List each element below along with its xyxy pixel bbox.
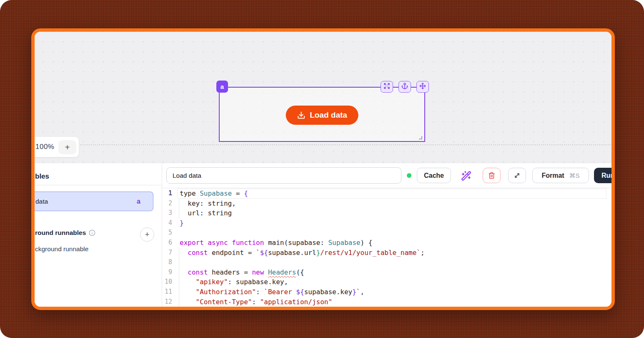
code-token [180, 278, 196, 286]
code-token: Supabase [328, 239, 360, 247]
code-token: url: string [180, 209, 232, 217]
line-number: 4 [162, 218, 172, 228]
anchor-component-button[interactable] [398, 81, 411, 93]
code-token: { [244, 189, 248, 197]
code-token: `Bearer [264, 288, 296, 296]
code-line: url: string [180, 208, 425, 218]
cache-button[interactable]: Cache [417, 168, 451, 183]
code-token [180, 268, 188, 276]
code-token: Supabase [200, 189, 232, 197]
code-token: ${ [260, 249, 268, 257]
code-editor[interactable]: 123456789101112 type Supabase = { key: s… [162, 188, 611, 307]
background-runnable-item[interactable]: ckground runnable [35, 245, 88, 253]
code-token: supabase.key [304, 288, 353, 296]
line-number: 1 [162, 189, 172, 199]
runnable-item-badge: a [137, 198, 140, 205]
move-component-button[interactable] [416, 81, 429, 93]
code-line: const headers = new Headers({ [180, 267, 425, 277]
app-window: a Load data [31, 28, 615, 310]
background-runnables-heading: round runnables [35, 229, 86, 237]
code-token: : supabase.key, [228, 278, 288, 286]
code-token: "application/json" [260, 298, 332, 306]
code-token: ) { [361, 239, 373, 247]
code-token: ${ [296, 288, 304, 296]
zoom-level-label: 100% [35, 143, 54, 151]
code-token: headers = [208, 268, 252, 276]
code-token: export [180, 239, 204, 247]
trash-icon [488, 172, 495, 179]
code-token [264, 268, 268, 276]
code-token [204, 239, 208, 247]
format-button-label: Format [541, 172, 564, 179]
expand-icon [383, 83, 390, 91]
code-token: supabase.url [268, 249, 316, 257]
code-line: type Supabase = { [180, 189, 425, 199]
component-resize-handle[interactable] [419, 136, 422, 139]
code-token: ({ [296, 268, 304, 276]
download-icon [297, 111, 305, 119]
load-data-button[interactable]: Load data [286, 106, 358, 125]
code-token [180, 298, 196, 306]
line-number: 9 [162, 267, 172, 277]
code-token: new [252, 268, 264, 276]
code-token: const [188, 249, 208, 257]
code-token: : [252, 298, 260, 306]
background-runnables-section: round runnables [35, 229, 95, 237]
magic-wand-icon [461, 171, 473, 181]
code-editor-panel: Cache Format ⌘S [162, 163, 611, 307]
code-token: "apikey" [196, 278, 228, 286]
code-token: ` [256, 249, 260, 257]
line-number: 8 [162, 257, 172, 267]
code-line: "Content-Type": "application/json" [180, 297, 425, 307]
code-token: function [232, 239, 264, 247]
line-number: 2 [162, 199, 172, 209]
code-token [180, 249, 188, 257]
code-token: const [188, 268, 208, 276]
code-line: } [180, 218, 425, 228]
add-background-runnable-button[interactable]: + [140, 227, 154, 242]
code-token: async [208, 239, 228, 247]
code-token: endpoint = [208, 249, 256, 257]
expand-editor-button[interactable] [508, 168, 526, 183]
code-token: key: string, [180, 199, 236, 207]
runnable-name-input[interactable] [166, 167, 401, 184]
run-button[interactable]: Run [594, 168, 615, 183]
runnables-panel: bles data a round runnables + ckground r… [35, 163, 162, 307]
delete-button[interactable] [483, 168, 501, 183]
info-icon[interactable] [89, 230, 95, 236]
line-number-gutter: 123456789101112 [162, 189, 172, 307]
code-line: export async function main(supabase: Sup… [180, 238, 425, 248]
load-data-button-label: Load data [310, 111, 347, 120]
selected-button-component[interactable]: a Load data [219, 87, 425, 142]
component-toolbar [381, 81, 429, 93]
app-screenshot: a Load data [0, 0, 644, 338]
expand-component-button[interactable] [381, 81, 393, 93]
line-number: 5 [162, 228, 172, 238]
code-token [180, 288, 196, 296]
code-token: ` [356, 288, 361, 296]
code-token: Headers [268, 268, 296, 276]
ai-wand-button[interactable] [461, 170, 473, 181]
code-line [180, 257, 425, 267]
code-line: "Authorization": `Bearer ${supabase.key}… [180, 287, 425, 297]
code-token: /rest/v1/your_table_name` [320, 249, 421, 257]
code-token: : [256, 288, 264, 296]
code-token: "Authorization" [196, 288, 256, 296]
anchor-icon [401, 83, 408, 91]
app-canvas[interactable]: a Load data [35, 32, 611, 163]
component-id-badge[interactable]: a [216, 81, 228, 93]
format-button[interactable]: Format ⌘S [532, 168, 589, 183]
code-line: key: string, [180, 199, 425, 209]
line-number: 10 [162, 277, 172, 287]
editor-toolbar: Cache Format ⌘S [162, 163, 611, 188]
line-number: 12 [162, 297, 172, 307]
zoom-in-button[interactable]: + [58, 140, 76, 154]
window-content: a Load data [35, 32, 611, 307]
runnable-list-item-selected[interactable]: data a [35, 192, 153, 211]
code-token: ; [421, 249, 425, 257]
code-token: } [352, 288, 356, 296]
move-icon [419, 83, 426, 91]
code-token: main(supabase: [264, 239, 328, 247]
code-token: type [180, 189, 200, 197]
code-token: "Content-Type" [196, 298, 252, 306]
